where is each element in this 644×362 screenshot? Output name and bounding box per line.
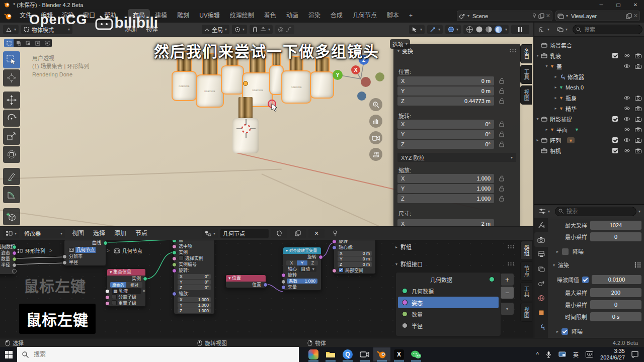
lock-icon[interactable]	[499, 98, 505, 104]
collection-info-header[interactable]: ▾ 集合信息	[107, 269, 145, 276]
node-context-dropdown[interactable]: 修改器▾	[22, 229, 65, 238]
interface-more-button[interactable]: ▾	[500, 302, 514, 315]
tab-viewlayer[interactable]	[534, 261, 548, 276]
copy-viewlayer-icon[interactable]	[626, 13, 632, 19]
expand-arrow[interactable]: ▾	[534, 117, 541, 121]
workspace-tab-animation[interactable]: 动画	[281, 9, 303, 23]
interface-input-radius[interactable]: 半径	[398, 320, 499, 331]
selection-input-row[interactable]: 选中项	[174, 243, 214, 249]
viewlayer-selector[interactable]: ▾ ViewLayer ✕	[555, 11, 640, 21]
workspace-tab-shading[interactable]: 着色	[259, 9, 281, 23]
tool-transform[interactable]	[3, 146, 20, 163]
interface-input-pose[interactable]: 姿态	[398, 297, 499, 308]
render-max-samples-field[interactable]: 200	[590, 288, 641, 297]
collection-socket[interactable]	[105, 289, 110, 294]
node-menu-add[interactable]: 添加	[110, 227, 131, 240]
group-input-node[interactable]: 几何数据 姿态 数量 半径	[0, 243, 15, 275]
viewport-max-samples-field[interactable]: 1024	[590, 221, 641, 230]
position-node-header[interactable]: ▾ 位置	[226, 275, 266, 282]
camera-restrict-icon[interactable]	[635, 106, 641, 111]
expand-caret[interactable]: ▸	[556, 329, 558, 334]
workspace-tab-compositing[interactable]: 合成	[326, 9, 348, 23]
lock-icon[interactable]	[499, 196, 505, 202]
socket[interactable]	[172, 256, 177, 261]
tab-scene[interactable]	[534, 276, 548, 291]
socket[interactable]	[172, 262, 177, 267]
camera-restrict-icon[interactable]	[635, 127, 641, 132]
tool-measure[interactable]	[3, 186, 20, 203]
taskbar-search-input[interactable]	[33, 350, 246, 358]
separate-children-row[interactable]: 分离子级	[107, 294, 145, 300]
reset-children-row[interactable]: 重置子级	[107, 300, 145, 306]
pivot-select[interactable]: 自动▾	[299, 266, 316, 272]
properties-type-button[interactable]: ▾	[536, 207, 552, 216]
socket[interactable]	[172, 292, 177, 296]
interface-panel-header[interactable]: ▾群组接口	[393, 260, 514, 268]
outliner-row-cap[interactable]: ▾ ▼ 盖	[534, 61, 644, 71]
scale-y-field[interactable]: Y1.000	[178, 303, 211, 308]
interface-add-button[interactable]: +	[500, 273, 514, 286]
rotation-z-field[interactable]: Z0°	[178, 285, 211, 290]
outliner-row-scene-collection[interactable]: 场景集合	[534, 40, 644, 50]
axis-x-button[interactable]: X	[286, 260, 297, 265]
mode-dropdown[interactable]: 物体模式 ▾	[21, 25, 72, 34]
wireframe-shading-icon[interactable]	[466, 26, 473, 33]
rendered-shading-icon[interactable]	[495, 26, 502, 33]
tool-scale[interactable]	[3, 128, 20, 145]
properties-search-input[interactable]	[566, 208, 608, 215]
panel-collapse-caret[interactable]: ▾	[397, 49, 399, 53]
menu-help[interactable]: 帮助	[100, 9, 121, 23]
rotation-y-field[interactable]: Y0°	[397, 130, 494, 139]
blender-menu-icon[interactable]	[4, 13, 13, 20]
time-limit-field[interactable]: 0 s	[590, 312, 641, 321]
lock-icon[interactable]	[499, 175, 505, 182]
workspace-add-button[interactable]: +	[404, 9, 418, 23]
panel-grip[interactable]	[509, 49, 516, 53]
properties-search[interactable]	[555, 207, 636, 216]
label[interactable]: 修改器	[568, 73, 584, 81]
collection-info-node[interactable]: ▾ 集合信息 实例 原始的 相对 ▦ 乳液 ✕ 分离子级 重置子级	[107, 268, 146, 307]
label[interactable]: 阴影捕捉	[550, 115, 572, 123]
scene-name[interactable]: Scene	[472, 13, 488, 19]
lock-icon[interactable]	[499, 121, 505, 127]
fake-user-button[interactable]	[271, 229, 287, 238]
tray-keyboard-icon[interactable]	[586, 351, 593, 357]
tool-move[interactable]	[3, 92, 20, 109]
label[interactable]: 平面	[556, 126, 568, 134]
instance-on-points-node[interactable]: 点 选中项 实例 选择实例 实例编号 旋转: X0° Y0° Z0° 缩放: X…	[174, 237, 215, 314]
socket[interactable]	[172, 268, 177, 273]
eye-icon[interactable]	[623, 127, 630, 132]
zoom-button[interactable]	[369, 98, 382, 111]
tab-output[interactable]	[534, 247, 548, 261]
node-menu-select[interactable]: 选择	[89, 227, 110, 240]
socket[interactable]	[281, 285, 286, 290]
camera-restrict-icon[interactable]	[635, 64, 641, 69]
shading-caret[interactable]: ▾	[505, 27, 507, 32]
pan-hand-button[interactable]	[369, 115, 382, 128]
expand-arrow[interactable]: ▸	[534, 138, 541, 142]
tray-clock[interactable]: 3:35 2024/6/27	[600, 348, 625, 361]
tab-tool[interactable]: 工具	[520, 65, 532, 84]
perfume-bottle[interactable]: noainoia	[282, 57, 310, 103]
ortho-toggle-button[interactable]	[369, 148, 382, 161]
taskbar-wechat[interactable]	[408, 347, 425, 361]
curve-circle-node[interactable]: 曲线 几何节点 分辨率 半径	[64, 239, 106, 266]
viewport-denoise-checkbox[interactable]	[561, 248, 569, 255]
resolution-input-row[interactable]: 分辨率	[64, 253, 106, 259]
instance-index-row[interactable]: 实例编号	[174, 261, 214, 267]
unlink-tree-button[interactable]: ✕	[308, 229, 325, 238]
expand-arrow[interactable]: ▸	[552, 85, 559, 89]
close-button[interactable]: ✕	[627, 0, 644, 9]
outliner-row-bottle-body[interactable]: ▸ ▼ 瓶身	[534, 93, 644, 103]
proportional-edit-dropdown[interactable]	[275, 25, 294, 34]
label[interactable]: 瓶身	[566, 94, 577, 102]
menu-add[interactable]: 添加	[120, 23, 141, 36]
interface-output-geometry[interactable]: 几何数据	[398, 274, 499, 285]
select-mode-extend[interactable]	[14, 39, 23, 47]
panel-grip[interactable]	[507, 245, 514, 249]
socket[interactable]	[263, 283, 268, 287]
socket[interactable]	[332, 245, 337, 250]
socket[interactable]	[12, 257, 17, 261]
rotate-instances-node[interactable]: 旋转 轴心点: X0 m Y0 m Z0 m 局部空间	[334, 238, 376, 274]
socket[interactable]	[105, 295, 110, 300]
